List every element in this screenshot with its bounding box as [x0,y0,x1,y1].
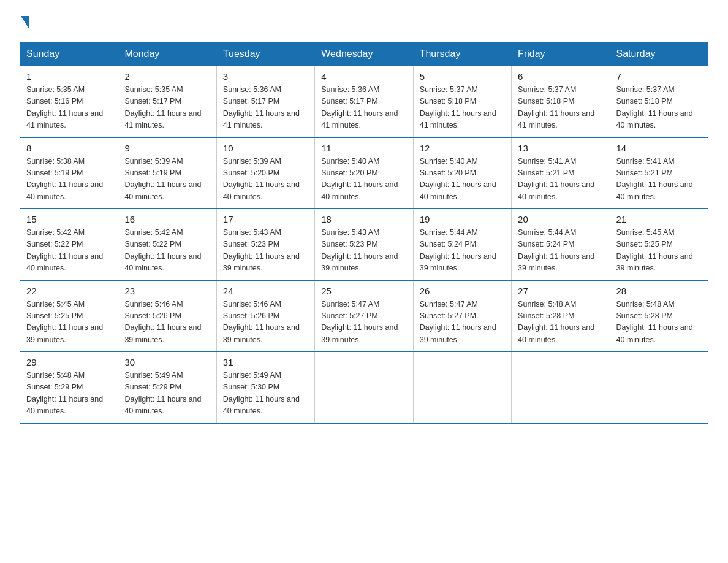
calendar-cell: 18Sunrise: 5:43 AMSunset: 5:23 PMDayligh… [315,209,413,280]
calendar-cell: 2Sunrise: 5:35 AMSunset: 5:17 PMDaylight… [118,66,216,137]
day-number: 21 [616,214,702,224]
day-number: 8 [26,143,112,153]
calendar-cell: 25Sunrise: 5:47 AMSunset: 5:27 PMDayligh… [315,280,413,352]
day-info: Sunrise: 5:40 AMSunset: 5:20 PMDaylight:… [321,156,406,204]
day-number: 9 [124,143,210,153]
day-info: Sunrise: 5:42 AMSunset: 5:22 PMDaylight:… [26,227,112,275]
day-info: Sunrise: 5:43 AMSunset: 5:23 PMDaylight:… [321,227,406,275]
day-info: Sunrise: 5:44 AMSunset: 5:24 PMDaylight:… [518,227,603,275]
day-number: 10 [223,143,308,153]
calendar-week-row: 8Sunrise: 5:38 AMSunset: 5:19 PMDaylight… [20,137,708,209]
calendar-cell: 16Sunrise: 5:42 AMSunset: 5:22 PMDayligh… [118,209,216,280]
day-info: Sunrise: 5:42 AMSunset: 5:22 PMDaylight:… [124,227,210,275]
header-friday: Friday [512,42,610,66]
header-monday: Monday [118,42,216,66]
calendar-cell: 28Sunrise: 5:48 AMSunset: 5:28 PMDayligh… [610,280,708,352]
day-info: Sunrise: 5:47 AMSunset: 5:27 PMDaylight:… [420,299,505,347]
day-number: 18 [321,214,406,224]
day-info: Sunrise: 5:35 AMSunset: 5:16 PMDaylight:… [26,84,112,132]
calendar-cell: 13Sunrise: 5:41 AMSunset: 5:21 PMDayligh… [512,137,610,209]
day-info: Sunrise: 5:45 AMSunset: 5:25 PMDaylight:… [26,299,112,347]
calendar-cell: 15Sunrise: 5:42 AMSunset: 5:22 PMDayligh… [20,209,118,280]
day-number: 7 [616,71,702,82]
day-number: 13 [518,143,603,153]
day-info: Sunrise: 5:46 AMSunset: 5:26 PMDaylight:… [223,299,308,347]
calendar-cell: 27Sunrise: 5:48 AMSunset: 5:28 PMDayligh… [512,280,610,352]
day-info: Sunrise: 5:37 AMSunset: 5:18 PMDaylight:… [420,84,505,132]
day-number: 26 [420,286,505,296]
day-number: 24 [223,286,308,296]
day-info: Sunrise: 5:47 AMSunset: 5:27 PMDaylight:… [321,299,406,347]
calendar-cell: 6Sunrise: 5:37 AMSunset: 5:18 PMDaylight… [512,66,610,137]
day-number: 20 [518,214,603,224]
calendar-week-row: 29Sunrise: 5:48 AMSunset: 5:29 PMDayligh… [20,351,708,423]
day-number: 1 [26,71,112,82]
day-number: 11 [321,143,406,153]
day-info: Sunrise: 5:49 AMSunset: 5:29 PMDaylight:… [124,370,210,418]
day-info: Sunrise: 5:49 AMSunset: 5:30 PMDaylight:… [223,370,308,418]
day-number: 16 [124,214,210,224]
calendar-cell [610,351,708,423]
day-number: 29 [26,357,112,367]
header-wednesday: Wednesday [315,42,413,66]
day-number: 23 [124,286,210,296]
header-thursday: Thursday [413,42,511,66]
calendar-header-row: SundayMondayTuesdayWednesdayThursdayFrid… [20,42,708,66]
day-info: Sunrise: 5:43 AMSunset: 5:23 PMDaylight:… [223,227,308,275]
day-number: 30 [124,357,210,367]
calendar-cell: 1Sunrise: 5:35 AMSunset: 5:16 PMDaylight… [20,66,118,137]
day-info: Sunrise: 5:41 AMSunset: 5:21 PMDaylight:… [518,156,603,204]
calendar-cell: 24Sunrise: 5:46 AMSunset: 5:26 PMDayligh… [216,280,314,352]
logo-general-text [20,15,29,29]
day-info: Sunrise: 5:39 AMSunset: 5:20 PMDaylight:… [223,156,308,204]
day-number: 5 [420,71,505,82]
calendar-cell: 26Sunrise: 5:47 AMSunset: 5:27 PMDayligh… [413,280,511,352]
day-number: 15 [26,214,112,224]
logo [20,15,29,29]
day-number: 4 [321,71,406,82]
calendar-cell: 5Sunrise: 5:37 AMSunset: 5:18 PMDaylight… [413,66,511,137]
calendar-cell: 11Sunrise: 5:40 AMSunset: 5:20 PMDayligh… [315,137,413,209]
day-info: Sunrise: 5:45 AMSunset: 5:25 PMDaylight:… [616,227,702,275]
page-header [20,15,708,29]
calendar-table: SundayMondayTuesdayWednesdayThursdayFrid… [20,42,708,424]
day-info: Sunrise: 5:36 AMSunset: 5:17 PMDaylight:… [223,84,308,132]
day-info: Sunrise: 5:39 AMSunset: 5:19 PMDaylight:… [124,156,210,204]
day-number: 31 [223,357,308,367]
calendar-cell: 19Sunrise: 5:44 AMSunset: 5:24 PMDayligh… [413,209,511,280]
calendar-cell: 9Sunrise: 5:39 AMSunset: 5:19 PMDaylight… [118,137,216,209]
day-info: Sunrise: 5:37 AMSunset: 5:18 PMDaylight:… [616,84,702,132]
day-info: Sunrise: 5:38 AMSunset: 5:19 PMDaylight:… [26,156,112,204]
logo-arrow-icon [21,16,29,29]
day-info: Sunrise: 5:37 AMSunset: 5:18 PMDaylight:… [518,84,603,132]
header-saturday: Saturday [610,42,708,66]
day-number: 6 [518,71,603,82]
calendar-cell: 29Sunrise: 5:48 AMSunset: 5:29 PMDayligh… [20,351,118,423]
calendar-cell [413,351,511,423]
calendar-cell: 21Sunrise: 5:45 AMSunset: 5:25 PMDayligh… [610,209,708,280]
calendar-cell: 8Sunrise: 5:38 AMSunset: 5:19 PMDaylight… [20,137,118,209]
calendar-cell: 7Sunrise: 5:37 AMSunset: 5:18 PMDaylight… [610,66,708,137]
calendar-week-row: 1Sunrise: 5:35 AMSunset: 5:16 PMDaylight… [20,66,708,137]
calendar-week-row: 22Sunrise: 5:45 AMSunset: 5:25 PMDayligh… [20,280,708,352]
calendar-body: 1Sunrise: 5:35 AMSunset: 5:16 PMDaylight… [20,66,708,423]
day-info: Sunrise: 5:46 AMSunset: 5:26 PMDaylight:… [124,299,210,347]
day-number: 25 [321,286,406,296]
calendar-cell [315,351,413,423]
header-sunday: Sunday [20,42,118,66]
calendar-cell: 31Sunrise: 5:49 AMSunset: 5:30 PMDayligh… [216,351,314,423]
calendar-cell: 20Sunrise: 5:44 AMSunset: 5:24 PMDayligh… [512,209,610,280]
header-tuesday: Tuesday [216,42,314,66]
calendar-cell: 10Sunrise: 5:39 AMSunset: 5:20 PMDayligh… [216,137,314,209]
day-number: 28 [616,286,702,296]
day-number: 19 [420,214,505,224]
day-number: 3 [223,71,308,82]
calendar-cell: 17Sunrise: 5:43 AMSunset: 5:23 PMDayligh… [216,209,314,280]
calendar-cell: 30Sunrise: 5:49 AMSunset: 5:29 PMDayligh… [118,351,216,423]
day-number: 22 [26,286,112,296]
calendar-cell: 3Sunrise: 5:36 AMSunset: 5:17 PMDaylight… [216,66,314,137]
day-info: Sunrise: 5:35 AMSunset: 5:17 PMDaylight:… [124,84,210,132]
calendar-cell: 22Sunrise: 5:45 AMSunset: 5:25 PMDayligh… [20,280,118,352]
day-number: 2 [124,71,210,82]
day-info: Sunrise: 5:48 AMSunset: 5:28 PMDaylight:… [616,299,702,347]
